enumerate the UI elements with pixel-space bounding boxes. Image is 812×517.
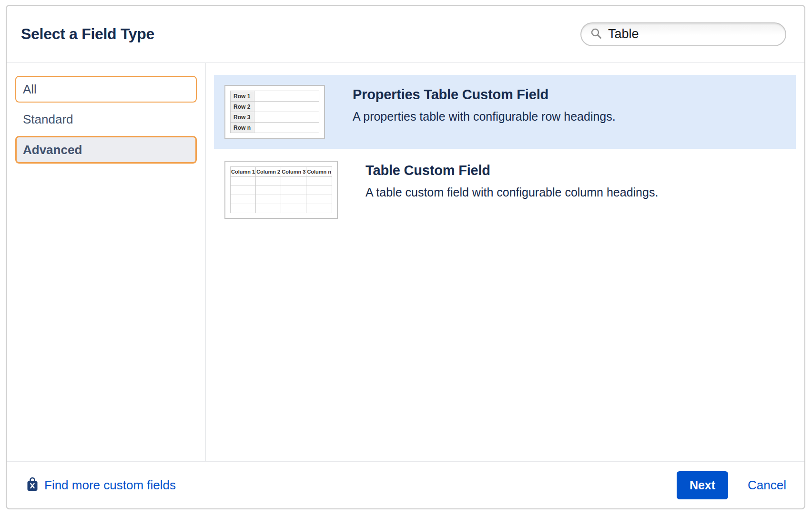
dialog-footer: Find more custom fields Next Cancel — [7, 461, 804, 508]
search-icon — [590, 27, 608, 41]
preview-column-label: Column 1 — [231, 167, 256, 177]
table-preview-thumbnail: Column 1 Column 2 Column 3 Column n — [224, 161, 338, 219]
field-type-list: Row 1 Row 2 Row 3 Row n Properties Table… — [206, 63, 804, 461]
properties-table-preview-thumbnail: Row 1 Row 2 Row 3 Row n — [224, 85, 325, 139]
select-field-type-dialog: Select a Field Type All Standard Advance… — [6, 5, 805, 509]
dialog-header: Select a Field Type — [7, 6, 804, 63]
find-more-custom-fields-link[interactable]: Find more custom fields — [27, 477, 176, 493]
sidebar-item-all[interactable]: All — [15, 76, 197, 103]
preview-column-label: Column 3 — [281, 167, 306, 177]
preview-row-label: Row 2 — [231, 102, 254, 112]
preview-column-label: Column 2 — [256, 167, 281, 177]
field-text-block: Table Custom Field A table custom field … — [365, 161, 658, 199]
search-box[interactable] — [580, 22, 786, 46]
preview-column-label: Column n — [306, 167, 332, 177]
field-description: A table custom field with configurable c… — [365, 186, 658, 199]
marketplace-bag-icon — [27, 477, 44, 493]
sidebar-item-standard[interactable]: Standard — [15, 106, 197, 133]
sidebar-item-label: All — [23, 82, 37, 96]
dialog-body: All Standard Advanced Row 1 Row 2 Row 3 … — [7, 63, 804, 461]
field-type-filter-sidebar: All Standard Advanced — [7, 63, 206, 461]
preview-table: Row 1 Row 2 Row 3 Row n — [230, 91, 319, 133]
preview-row-label: Row n — [231, 123, 254, 133]
sidebar-item-advanced[interactable]: Advanced — [15, 136, 197, 164]
list-item-properties-table-custom-field[interactable]: Row 1 Row 2 Row 3 Row n Properties Table… — [214, 75, 796, 149]
sidebar-item-label: Standard — [23, 112, 73, 126]
preview-table: Column 1 Column 2 Column 3 Column n — [230, 166, 332, 213]
cancel-button[interactable]: Cancel — [748, 478, 786, 493]
search-input[interactable] — [608, 27, 777, 41]
next-button[interactable]: Next — [677, 471, 728, 499]
preview-row-label: Row 3 — [231, 112, 254, 123]
find-more-custom-fields-label[interactable]: Find more custom fields — [44, 478, 176, 493]
field-description: A properties table with configurable row… — [353, 110, 616, 124]
preview-row-label: Row 1 — [231, 91, 254, 102]
field-title: Properties Table Custom Field — [353, 87, 616, 103]
field-text-block: Properties Table Custom Field A properti… — [353, 85, 616, 124]
sidebar-item-label: Advanced — [23, 143, 82, 157]
list-item-table-custom-field[interactable]: Column 1 Column 2 Column 3 Column n Tabl… — [214, 151, 796, 229]
field-title: Table Custom Field — [365, 163, 658, 178]
page-title: Select a Field Type — [21, 25, 154, 43]
